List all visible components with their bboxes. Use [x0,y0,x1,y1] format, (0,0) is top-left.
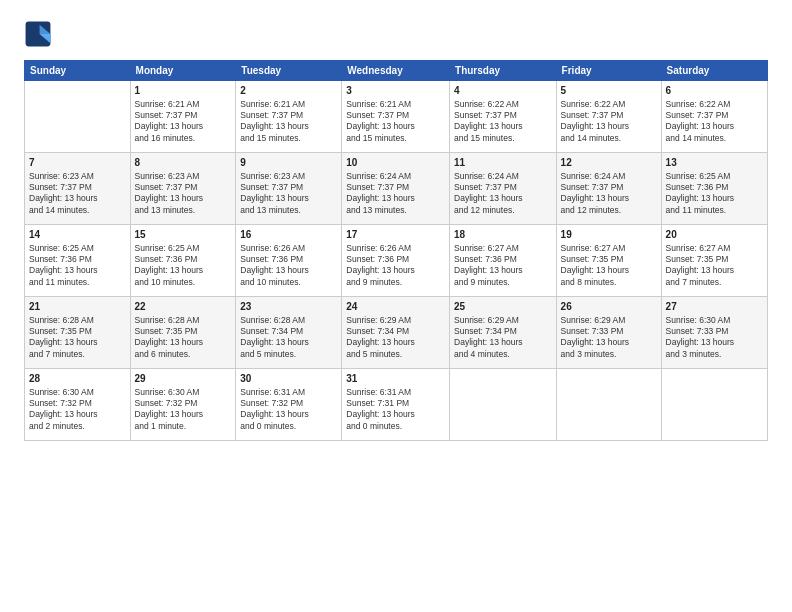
day-cell: 1Sunrise: 6:21 AM Sunset: 7:37 PM Daylig… [130,81,236,153]
day-number: 28 [29,372,126,386]
day-info: Sunrise: 6:21 AM Sunset: 7:37 PM Dayligh… [135,99,232,145]
day-info: Sunrise: 6:24 AM Sunset: 7:37 PM Dayligh… [561,171,657,217]
day-number: 10 [346,156,445,170]
day-info: Sunrise: 6:23 AM Sunset: 7:37 PM Dayligh… [240,171,337,217]
day-cell [25,81,131,153]
day-number: 16 [240,228,337,242]
day-info: Sunrise: 6:24 AM Sunset: 7:37 PM Dayligh… [454,171,552,217]
day-info: Sunrise: 6:25 AM Sunset: 7:36 PM Dayligh… [135,243,232,289]
day-cell: 31Sunrise: 6:31 AM Sunset: 7:31 PM Dayli… [342,369,450,441]
day-number: 17 [346,228,445,242]
day-cell: 29Sunrise: 6:30 AM Sunset: 7:32 PM Dayli… [130,369,236,441]
day-cell: 22Sunrise: 6:28 AM Sunset: 7:35 PM Dayli… [130,297,236,369]
day-cell: 15Sunrise: 6:25 AM Sunset: 7:36 PM Dayli… [130,225,236,297]
day-cell: 10Sunrise: 6:24 AM Sunset: 7:37 PM Dayli… [342,153,450,225]
weekday-header-tuesday: Tuesday [236,61,342,81]
day-info: Sunrise: 6:24 AM Sunset: 7:37 PM Dayligh… [346,171,445,217]
day-info: Sunrise: 6:31 AM Sunset: 7:32 PM Dayligh… [240,387,337,433]
weekday-header-row: SundayMondayTuesdayWednesdayThursdayFrid… [25,61,768,81]
week-row-5: 28Sunrise: 6:30 AM Sunset: 7:32 PM Dayli… [25,369,768,441]
day-info: Sunrise: 6:22 AM Sunset: 7:37 PM Dayligh… [454,99,552,145]
weekday-header-friday: Friday [556,61,661,81]
day-cell: 16Sunrise: 6:26 AM Sunset: 7:36 PM Dayli… [236,225,342,297]
day-number: 23 [240,300,337,314]
day-number: 6 [666,84,763,98]
day-number: 7 [29,156,126,170]
day-number: 1 [135,84,232,98]
day-number: 3 [346,84,445,98]
day-cell: 28Sunrise: 6:30 AM Sunset: 7:32 PM Dayli… [25,369,131,441]
day-number: 4 [454,84,552,98]
day-cell: 4Sunrise: 6:22 AM Sunset: 7:37 PM Daylig… [450,81,557,153]
logo-icon [24,20,52,48]
day-cell: 25Sunrise: 6:29 AM Sunset: 7:34 PM Dayli… [450,297,557,369]
day-info: Sunrise: 6:30 AM Sunset: 7:32 PM Dayligh… [135,387,232,433]
day-number: 8 [135,156,232,170]
day-number: 9 [240,156,337,170]
day-info: Sunrise: 6:21 AM Sunset: 7:37 PM Dayligh… [346,99,445,145]
day-cell: 2Sunrise: 6:21 AM Sunset: 7:37 PM Daylig… [236,81,342,153]
weekday-header-saturday: Saturday [661,61,767,81]
day-number: 13 [666,156,763,170]
day-number: 27 [666,300,763,314]
day-info: Sunrise: 6:26 AM Sunset: 7:36 PM Dayligh… [240,243,337,289]
day-number: 19 [561,228,657,242]
day-info: Sunrise: 6:30 AM Sunset: 7:33 PM Dayligh… [666,315,763,361]
day-info: Sunrise: 6:28 AM Sunset: 7:35 PM Dayligh… [29,315,126,361]
day-number: 2 [240,84,337,98]
week-row-2: 7Sunrise: 6:23 AM Sunset: 7:37 PM Daylig… [25,153,768,225]
day-cell: 27Sunrise: 6:30 AM Sunset: 7:33 PM Dayli… [661,297,767,369]
day-info: Sunrise: 6:27 AM Sunset: 7:36 PM Dayligh… [454,243,552,289]
day-cell: 5Sunrise: 6:22 AM Sunset: 7:37 PM Daylig… [556,81,661,153]
day-info: Sunrise: 6:28 AM Sunset: 7:35 PM Dayligh… [135,315,232,361]
day-number: 22 [135,300,232,314]
page: SundayMondayTuesdayWednesdayThursdayFrid… [0,0,792,612]
day-cell: 8Sunrise: 6:23 AM Sunset: 7:37 PM Daylig… [130,153,236,225]
day-info: Sunrise: 6:25 AM Sunset: 7:36 PM Dayligh… [666,171,763,217]
week-row-3: 14Sunrise: 6:25 AM Sunset: 7:36 PM Dayli… [25,225,768,297]
logo [24,20,56,48]
day-info: Sunrise: 6:29 AM Sunset: 7:33 PM Dayligh… [561,315,657,361]
day-cell: 23Sunrise: 6:28 AM Sunset: 7:34 PM Dayli… [236,297,342,369]
day-cell [556,369,661,441]
day-number: 11 [454,156,552,170]
day-info: Sunrise: 6:23 AM Sunset: 7:37 PM Dayligh… [135,171,232,217]
day-number: 31 [346,372,445,386]
day-number: 21 [29,300,126,314]
day-info: Sunrise: 6:25 AM Sunset: 7:36 PM Dayligh… [29,243,126,289]
day-number: 5 [561,84,657,98]
day-cell: 24Sunrise: 6:29 AM Sunset: 7:34 PM Dayli… [342,297,450,369]
header [24,20,768,48]
day-number: 20 [666,228,763,242]
day-number: 30 [240,372,337,386]
day-number: 25 [454,300,552,314]
day-cell [661,369,767,441]
day-info: Sunrise: 6:27 AM Sunset: 7:35 PM Dayligh… [561,243,657,289]
day-info: Sunrise: 6:23 AM Sunset: 7:37 PM Dayligh… [29,171,126,217]
day-info: Sunrise: 6:29 AM Sunset: 7:34 PM Dayligh… [454,315,552,361]
day-info: Sunrise: 6:29 AM Sunset: 7:34 PM Dayligh… [346,315,445,361]
day-cell: 6Sunrise: 6:22 AM Sunset: 7:37 PM Daylig… [661,81,767,153]
day-cell: 17Sunrise: 6:26 AM Sunset: 7:36 PM Dayli… [342,225,450,297]
day-cell: 13Sunrise: 6:25 AM Sunset: 7:36 PM Dayli… [661,153,767,225]
day-number: 29 [135,372,232,386]
weekday-header-wednesday: Wednesday [342,61,450,81]
day-number: 26 [561,300,657,314]
day-cell: 14Sunrise: 6:25 AM Sunset: 7:36 PM Dayli… [25,225,131,297]
day-cell: 18Sunrise: 6:27 AM Sunset: 7:36 PM Dayli… [450,225,557,297]
weekday-header-thursday: Thursday [450,61,557,81]
day-cell: 11Sunrise: 6:24 AM Sunset: 7:37 PM Dayli… [450,153,557,225]
day-cell: 20Sunrise: 6:27 AM Sunset: 7:35 PM Dayli… [661,225,767,297]
day-number: 18 [454,228,552,242]
day-cell: 3Sunrise: 6:21 AM Sunset: 7:37 PM Daylig… [342,81,450,153]
day-cell: 26Sunrise: 6:29 AM Sunset: 7:33 PM Dayli… [556,297,661,369]
day-info: Sunrise: 6:26 AM Sunset: 7:36 PM Dayligh… [346,243,445,289]
day-cell: 21Sunrise: 6:28 AM Sunset: 7:35 PM Dayli… [25,297,131,369]
day-info: Sunrise: 6:27 AM Sunset: 7:35 PM Dayligh… [666,243,763,289]
day-number: 12 [561,156,657,170]
week-row-4: 21Sunrise: 6:28 AM Sunset: 7:35 PM Dayli… [25,297,768,369]
week-row-1: 1Sunrise: 6:21 AM Sunset: 7:37 PM Daylig… [25,81,768,153]
day-number: 24 [346,300,445,314]
day-info: Sunrise: 6:31 AM Sunset: 7:31 PM Dayligh… [346,387,445,433]
day-number: 14 [29,228,126,242]
